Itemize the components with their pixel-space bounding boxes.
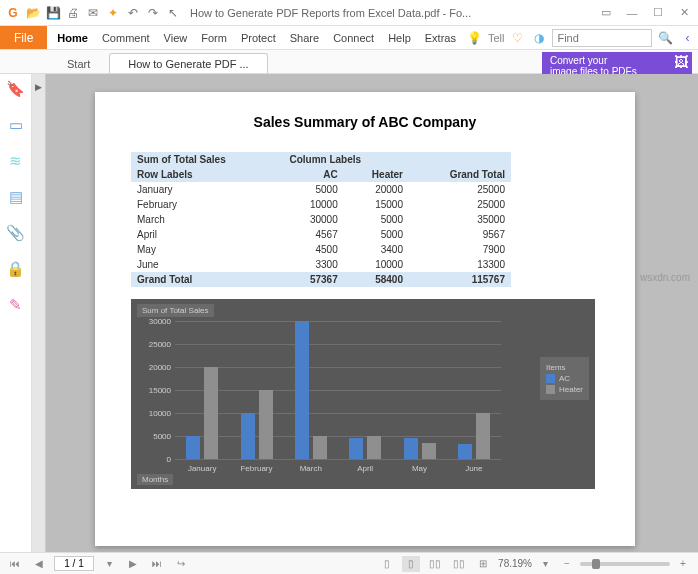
th-ac: AC xyxy=(283,167,343,182)
chart-legend: Items AC Heater xyxy=(540,357,589,400)
menu-extras[interactable]: Extras xyxy=(419,26,462,49)
menu-help[interactable]: Help xyxy=(382,26,417,49)
close-icon[interactable]: ✕ xyxy=(674,3,694,23)
view-thumb-icon[interactable]: ⊞ xyxy=(474,556,492,572)
table-row: January50002000025000 xyxy=(131,182,511,197)
table-row: June33001000013300 xyxy=(131,257,511,272)
zoom-in-icon[interactable]: + xyxy=(674,556,692,572)
last-page-icon[interactable]: ⏭ xyxy=(148,556,166,572)
maximize-icon[interactable]: ☐ xyxy=(648,3,668,23)
chart-bar-ac xyxy=(295,321,309,459)
page-dropdown-icon[interactable]: ▾ xyxy=(100,556,118,572)
mail-icon[interactable]: ✉ xyxy=(84,4,102,22)
tab-document[interactable]: How to Generate PDF ... xyxy=(109,53,267,73)
th-gt: Grand Total xyxy=(409,167,511,182)
th-sum: Sum of Total Sales xyxy=(131,152,283,167)
th-row: Row Labels xyxy=(131,167,283,182)
zoom-out-icon[interactable]: − xyxy=(558,556,576,572)
table-row: May450034007900 xyxy=(131,242,511,257)
table-total-row: Grand Total5736758400115767 xyxy=(131,272,511,287)
menu-comment[interactable]: Comment xyxy=(96,26,156,49)
chart-bar-ac xyxy=(404,438,418,459)
legend-title: Items xyxy=(546,363,583,372)
first-page-icon[interactable]: ⏮ xyxy=(6,556,24,572)
tab-start[interactable]: Start xyxy=(48,53,109,73)
promo-line1: Convert your xyxy=(550,55,664,66)
chart-title: Sum of Total Sales xyxy=(137,304,214,317)
comments-icon[interactable]: ▤ xyxy=(9,188,23,206)
file-tab[interactable]: File xyxy=(0,26,47,49)
redo-icon[interactable]: ↷ xyxy=(144,4,162,22)
page-input[interactable] xyxy=(54,556,94,571)
chart-bar-ac xyxy=(186,436,200,459)
watermark: wsxdn.com xyxy=(640,272,690,283)
undo-icon[interactable]: ↶ xyxy=(124,4,142,22)
chart-bar-heater xyxy=(204,367,218,459)
pages-icon[interactable]: ▭ xyxy=(9,116,23,134)
menu-form[interactable]: Form xyxy=(195,26,233,49)
pivot-table: Sum of Total SalesColumn Labels Row Labe… xyxy=(131,152,511,287)
legend-ac: AC xyxy=(559,374,570,383)
ruler-gutter: ▶ xyxy=(32,74,46,552)
print-icon[interactable]: 🖨 xyxy=(64,4,82,22)
chart-bar-ac xyxy=(458,444,472,459)
chart-bar-heater xyxy=(367,436,381,459)
sign-icon[interactable]: ✎ xyxy=(9,296,22,314)
ribbon-toggle-icon[interactable]: ▭ xyxy=(596,3,616,23)
chart-bar-heater xyxy=(259,390,273,459)
chart-bar-heater xyxy=(422,443,436,459)
prev-page-icon[interactable]: ◀ xyxy=(30,556,48,572)
expand-find-icon[interactable]: ‹ xyxy=(678,29,696,47)
legend-swatch-ac xyxy=(546,374,555,383)
attachments-icon[interactable]: 📎 xyxy=(6,224,25,242)
chart-xlabel: Months xyxy=(137,474,173,485)
chart-bar-heater xyxy=(476,413,490,459)
chart-bar-heater xyxy=(313,436,327,459)
menu-home[interactable]: Home xyxy=(51,26,94,49)
chart: Sum of Total Sales 050001000015000200002… xyxy=(131,299,595,489)
view-contfacing-icon[interactable]: ▯▯ xyxy=(450,556,468,572)
view-single-icon[interactable]: ▯ xyxy=(378,556,396,572)
report-title: Sales Summary of ABC Company xyxy=(131,114,599,130)
layers-icon[interactable]: ≋ xyxy=(9,152,22,170)
security-icon[interactable]: 🔒 xyxy=(6,260,25,278)
minimize-icon[interactable]: — xyxy=(622,3,642,23)
menu-connect[interactable]: Connect xyxy=(327,26,380,49)
pointer-icon[interactable]: ↖ xyxy=(164,4,182,22)
search-icon[interactable]: 🔍 xyxy=(656,29,674,47)
menu-share[interactable]: Share xyxy=(284,26,325,49)
find-input[interactable] xyxy=(552,29,652,47)
view-cont-icon[interactable]: ▯ xyxy=(402,556,420,572)
zoom-slider[interactable] xyxy=(580,562,670,566)
app-logo-icon: G xyxy=(4,4,22,22)
bulb-icon[interactable]: 💡 xyxy=(466,29,484,47)
chart-bar-ac xyxy=(349,438,363,459)
jump-icon[interactable]: ↪ xyxy=(172,556,190,572)
open-icon[interactable]: 📂 xyxy=(24,4,42,22)
view-facing-icon[interactable]: ▯▯ xyxy=(426,556,444,572)
zoom-dropdown-icon[interactable]: ▾ xyxy=(536,556,554,572)
legend-swatch-heater xyxy=(546,385,555,394)
window-title: How to Generate PDF Reports from Excel D… xyxy=(190,7,471,19)
legend-heater: Heater xyxy=(559,385,583,394)
chart-bar-ac xyxy=(241,413,255,459)
save-icon[interactable]: 💾 xyxy=(44,4,62,22)
bookmark-icon[interactable]: 🔖 xyxy=(6,80,25,98)
zoom-value: 78.19% xyxy=(498,558,532,569)
table-row: March30000500035000 xyxy=(131,212,511,227)
convert-icon[interactable]: ◑ xyxy=(530,29,548,47)
heart-icon[interactable]: ♡ xyxy=(508,29,526,47)
next-page-icon[interactable]: ▶ xyxy=(124,556,142,572)
picture-icon: 🖼 xyxy=(674,55,688,70)
collapse-arrow-icon[interactable]: ▶ xyxy=(35,82,42,92)
document-page: Sales Summary of ABC Company Sum of Tota… xyxy=(95,92,635,546)
star-icon[interactable]: ✦ xyxy=(104,4,122,22)
menu-view[interactable]: View xyxy=(158,26,194,49)
table-row: April456750009567 xyxy=(131,227,511,242)
menu-protect[interactable]: Protect xyxy=(235,26,282,49)
table-row: February100001500025000 xyxy=(131,197,511,212)
tell-label[interactable]: Tell xyxy=(488,32,505,44)
th-heater: Heater xyxy=(344,167,409,182)
th-col: Column Labels xyxy=(283,152,511,167)
